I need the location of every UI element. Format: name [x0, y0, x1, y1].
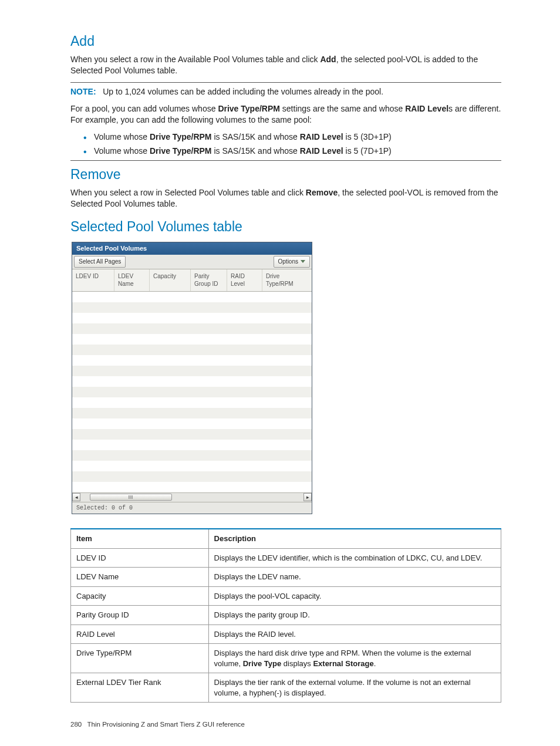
- column-header-ldev-name[interactable]: LDEV Name: [114, 269, 150, 291]
- widget-toolbar: Select All Pages Options: [72, 255, 312, 269]
- note-line: NOTE: Up to 1,024 volumes can be added i…: [70, 86, 501, 97]
- heading-add: Add: [70, 32, 501, 50]
- page-number: 280: [70, 721, 82, 728]
- bold-drive-type: Drive Type: [243, 659, 282, 668]
- cell-desc: Displays the pool-VOL capacity.: [208, 586, 501, 606]
- bold-raid-level: RAID Level: [405, 104, 448, 113]
- text: is 5 (3D+1P): [343, 132, 392, 141]
- cell-item: Capacity: [71, 586, 209, 606]
- chevron-down-icon: [301, 260, 305, 263]
- scroll-left-button[interactable]: ◂: [72, 493, 80, 501]
- heading-spv-table: Selected Pool Volumes table: [70, 218, 501, 236]
- divider: [70, 160, 501, 161]
- column-header-description: Description: [208, 529, 501, 548]
- bold-raid-level: RAID Level: [300, 132, 343, 141]
- column-header-capacity[interactable]: Capacity: [150, 269, 191, 291]
- note-text: Up to 1,024 volumes can be added includi…: [103, 87, 383, 96]
- grid-body: [72, 292, 312, 492]
- bullet-list: Volume whose Drive Type/RPM is SAS/15K a…: [70, 131, 501, 157]
- column-header-raid-level[interactable]: RAID Level: [227, 269, 262, 291]
- text: .: [374, 659, 376, 668]
- text: Volume whose: [94, 132, 150, 141]
- cell-desc: Displays the hard disk drive type and RP…: [208, 644, 501, 673]
- table-row: Drive Type/RPM Displays the hard disk dr…: [71, 644, 501, 673]
- table-row[interactable]: [72, 334, 312, 345]
- bold-drive-type: Drive Type/RPM: [218, 104, 280, 113]
- scroll-right-button[interactable]: ▸: [303, 493, 312, 501]
- column-header-item: Item: [71, 529, 209, 548]
- footer-label: Thin Provisioning Z and Smart Tiers Z GU…: [87, 721, 245, 728]
- bold-drive-type: Drive Type/RPM: [150, 146, 212, 156]
- table-row[interactable]: [72, 440, 312, 450]
- cell-desc: Displays the RAID level.: [208, 625, 501, 644]
- table-row[interactable]: [72, 471, 312, 482]
- text: is SAS/15K and whose: [212, 146, 300, 156]
- table-row[interactable]: [72, 345, 312, 355]
- list-item: Volume whose Drive Type/RPM is SAS/15K a…: [94, 146, 501, 157]
- cell-item: LDEV Name: [71, 568, 209, 587]
- table-row: Capacity Displays the pool-VOL capacity.: [71, 586, 501, 606]
- table-row[interactable]: [72, 429, 312, 440]
- cell-item: Parity Group ID: [71, 606, 209, 625]
- column-header-ldev-id[interactable]: LDEV ID: [72, 269, 114, 291]
- divider: [70, 82, 501, 83]
- cell-item: Drive Type/RPM: [71, 644, 209, 673]
- text: When you select a row in Selected Pool V…: [70, 188, 306, 197]
- selected-pool-volumes-widget: Selected Pool Volumes Select All Pages O…: [72, 242, 312, 514]
- table-row[interactable]: [72, 482, 312, 492]
- cell-item: External LDEV Tier Rank: [71, 673, 209, 703]
- table-row[interactable]: [72, 366, 312, 376]
- cell-desc: Displays the LDEV name.: [208, 568, 501, 587]
- table-row[interactable]: [72, 323, 312, 334]
- bold-external-storage: External Storage: [313, 659, 373, 668]
- button-label: Select All Pages: [79, 258, 121, 266]
- description-table: Item Description LDEV ID Displays the LD…: [70, 528, 501, 703]
- table-row[interactable]: [72, 450, 312, 461]
- widget-title: Selected Pool Volumes: [72, 242, 312, 255]
- bold-drive-type: Drive Type/RPM: [150, 132, 212, 141]
- horizontal-scrollbar[interactable]: ◂ ▸: [72, 492, 312, 502]
- cell-desc: Displays the LDEV identifier, which is t…: [208, 548, 501, 568]
- grid-header-row: LDEV ID LDEV Name Capacity Parity Group …: [72, 269, 312, 292]
- scroll-thumb[interactable]: [90, 494, 172, 501]
- table-row[interactable]: [72, 313, 312, 323]
- bold-raid-level: RAID Level: [300, 146, 343, 156]
- column-header-drive-type-rpm[interactable]: Drive Type/RPM: [262, 269, 312, 291]
- add-paragraph-2: For a pool, you can add volumes whose Dr…: [70, 103, 501, 126]
- heading-remove: Remove: [70, 166, 501, 184]
- table-header-row: Item Description: [71, 529, 501, 548]
- text: For a pool, you can add volumes whose: [70, 104, 218, 113]
- list-item: Volume whose Drive Type/RPM is SAS/15K a…: [94, 131, 501, 143]
- note-label: NOTE:: [70, 87, 96, 96]
- column-header-parity-group-id[interactable]: Parity Group ID: [191, 269, 227, 291]
- table-row: LDEV Name Displays the LDEV name.: [71, 568, 501, 587]
- bold-remove: Remove: [306, 188, 338, 197]
- table-row[interactable]: [72, 408, 312, 418]
- text: Volume whose: [94, 146, 150, 156]
- table-row[interactable]: [72, 292, 312, 302]
- widget-footer-status: Selected: 0 of 0: [72, 502, 312, 514]
- table-row[interactable]: [72, 387, 312, 397]
- table-row[interactable]: [72, 418, 312, 429]
- table-row: External LDEV Tier Rank Displays the tie…: [71, 673, 501, 703]
- add-paragraph-1: When you select a row in the Available P…: [70, 54, 501, 76]
- table-row[interactable]: [72, 461, 312, 471]
- table-row[interactable]: [72, 397, 312, 408]
- table-row[interactable]: [72, 376, 312, 387]
- text: is 5 (7D+1P): [343, 146, 392, 156]
- cell-desc: Displays the parity group ID.: [208, 606, 501, 625]
- text: When you select a row in the Available P…: [70, 55, 320, 64]
- table-row[interactable]: [72, 302, 312, 313]
- page-footer: 280 Thin Provisioning Z and Smart Tiers …: [70, 720, 501, 730]
- text: displays: [281, 659, 313, 668]
- text: settings are the same and whose: [280, 104, 405, 113]
- cell-item: RAID Level: [71, 625, 209, 644]
- table-row: LDEV ID Displays the LDEV identifier, wh…: [71, 548, 501, 568]
- table-row[interactable]: [72, 355, 312, 366]
- cell-desc: Displays the tier rank of the external v…: [208, 673, 501, 703]
- remove-paragraph: When you select a row in Selected Pool V…: [70, 187, 501, 210]
- select-all-pages-button[interactable]: Select All Pages: [74, 256, 126, 268]
- options-button[interactable]: Options: [274, 256, 310, 268]
- table-row: RAID Level Displays the RAID level.: [71, 625, 501, 644]
- button-label: Options: [278, 258, 298, 266]
